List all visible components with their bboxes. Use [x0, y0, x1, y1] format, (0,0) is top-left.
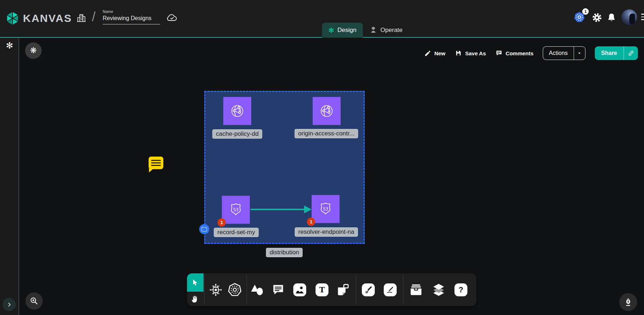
- new-label: New: [434, 50, 445, 56]
- pencil-icon: [424, 50, 431, 57]
- components-drawer-tool[interactable]: [409, 283, 423, 297]
- floppy-icon: [455, 50, 462, 57]
- pen-nib-icon: [623, 297, 633, 307]
- name-field-label: Name: [103, 9, 160, 14]
- comment-bubble-icon: [271, 283, 285, 297]
- help-glyph: ?: [458, 285, 463, 295]
- label-resolver-endpoint[interactable]: resolver-endpoint-na: [295, 227, 358, 237]
- comment-tool[interactable]: [271, 283, 285, 297]
- text-tool[interactable]: T: [316, 283, 328, 296]
- expand-sidebar-button[interactable]: [3, 298, 16, 311]
- settings-button[interactable]: [592, 12, 602, 23]
- node-record-set[interactable]: 53: [222, 196, 250, 224]
- route53-shield-icon: 53: [228, 201, 244, 218]
- kubernetes-count-badge: 1: [582, 8, 589, 15]
- save-status: [165, 11, 179, 23]
- node-origin-access-control[interactable]: [313, 97, 341, 125]
- edge-arrowhead: [304, 205, 312, 213]
- share-label: Share: [595, 46, 624, 60]
- drawer-icon: [409, 283, 423, 297]
- pen-tool[interactable]: [362, 283, 375, 296]
- select-tool-active[interactable]: [187, 273, 204, 292]
- actions-label: Actions: [543, 47, 573, 60]
- dock-divider: [204, 275, 205, 305]
- pan-tool[interactable]: [187, 292, 204, 306]
- record-set-error-badge[interactable]: 1: [218, 218, 226, 227]
- label-origin-access-control[interactable]: origin-access-contr...: [295, 129, 358, 138]
- dock-divider: [403, 275, 403, 305]
- tool-dock: T: [187, 273, 476, 306]
- comment-icon: [495, 50, 503, 57]
- edge-record-to-resolver[interactable]: [251, 209, 305, 210]
- magnifier-plus-icon: [29, 296, 39, 306]
- actions-caret[interactable]: [574, 47, 585, 60]
- tab-operate[interactable]: Operate: [363, 23, 409, 38]
- kubernetes-tool[interactable]: [227, 282, 242, 297]
- chip-circuit-icon: [208, 282, 223, 297]
- operator-icon: [369, 26, 377, 34]
- user-avatar[interactable]: [621, 9, 637, 25]
- help-tool[interactable]: ?: [454, 283, 467, 296]
- design-name-input[interactable]: [103, 14, 160, 24]
- building-icon: [76, 13, 87, 23]
- chevron-right-icon: [6, 302, 12, 307]
- actions-dropdown-button[interactable]: Actions: [543, 46, 585, 60]
- organization-button[interactable]: [75, 11, 88, 24]
- label-cache-policy[interactable]: cache-policy-dd: [212, 129, 262, 139]
- integrations-tool[interactable]: [208, 282, 223, 297]
- left-sidebar: ✻: [0, 38, 19, 315]
- cursor-icon: [191, 278, 200, 287]
- flower-icon: ❋: [30, 46, 37, 55]
- freehand-pencil-icon: [386, 285, 395, 295]
- note-tool[interactable]: [336, 283, 350, 297]
- route53-shield-icon: 53: [317, 201, 334, 217]
- gear-icon: [592, 13, 602, 23]
- tab-design-label: Design: [337, 27, 356, 34]
- app-header: KANVAS / Name ✻ Design: [0, 0, 644, 38]
- copy-link-segment[interactable]: [624, 46, 638, 60]
- mode-tabs: ✻ Design Operate: [322, 23, 409, 38]
- kubernetes-context-button[interactable]: 1: [573, 11, 586, 24]
- save-as-button[interactable]: Save As: [455, 50, 486, 57]
- layers-tool[interactable]: [431, 282, 446, 297]
- design-name-field: Name: [103, 9, 160, 24]
- comment-marker[interactable]: [149, 157, 163, 169]
- breadcrumb-separator: /: [92, 9, 95, 24]
- cloudfront-globe-icon: [229, 102, 246, 120]
- save-as-label: Save As: [465, 50, 486, 56]
- label-record-set[interactable]: record-set-my: [214, 228, 259, 237]
- group-select-handle[interactable]: [199, 224, 209, 234]
- kubernetes-wheel-icon: [227, 282, 242, 297]
- logo-text: KANVAS: [23, 12, 72, 24]
- dashed-rect-icon: [201, 227, 207, 232]
- new-button[interactable]: New: [424, 50, 445, 57]
- menu-icon[interactable]: [641, 14, 644, 20]
- pencil-tool[interactable]: [384, 283, 397, 296]
- node-resolver-endpoint[interactable]: 53: [312, 195, 340, 223]
- link-icon: [627, 50, 635, 57]
- resolver-endpoint-error-badge[interactable]: 1: [307, 218, 315, 226]
- share-button[interactable]: Share: [595, 46, 638, 60]
- node-cache-policy[interactable]: [223, 97, 251, 125]
- sticky-note-icon: [336, 283, 350, 297]
- bell-icon: [607, 13, 616, 22]
- hand-icon: [191, 294, 200, 304]
- notifications-button[interactable]: [606, 12, 617, 23]
- cloudfront-globe-icon: [318, 102, 335, 120]
- comments-button[interactable]: Comments: [495, 50, 534, 57]
- zoom-in-button[interactable]: [25, 292, 43, 310]
- comments-label: Comments: [506, 50, 534, 56]
- design-signature-button[interactable]: [619, 293, 637, 311]
- label-distribution-group[interactable]: distribution: [266, 248, 303, 257]
- tab-design[interactable]: ✻ Design: [322, 23, 363, 38]
- meshery-swirl-icon: ✻: [0, 41, 19, 51]
- kanvas-hexagon-icon: [6, 11, 19, 26]
- shapes-tool[interactable]: [250, 284, 264, 296]
- caret-down-icon: [577, 51, 582, 56]
- kanvas-logo[interactable]: KANVAS: [6, 11, 72, 26]
- image-tool[interactable]: [293, 283, 306, 296]
- canvas-widget-button[interactable]: ❋: [25, 42, 42, 59]
- design-swirl-icon: ✻: [328, 27, 334, 34]
- kanvas-app: KANVAS / Name ✻ Design: [0, 0, 644, 315]
- layers-icon: [431, 282, 446, 297]
